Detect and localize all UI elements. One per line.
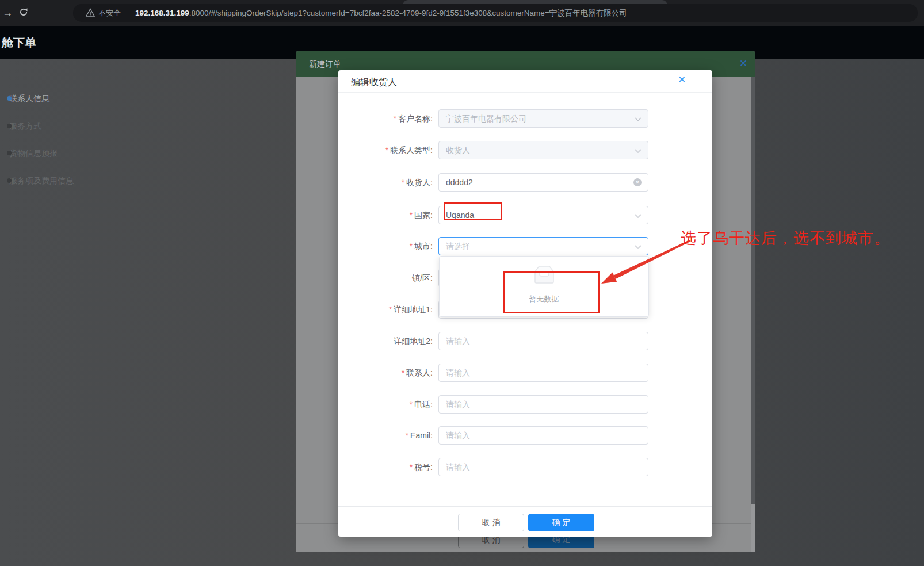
security-label: 不安全 — [98, 8, 121, 18]
field-row-customer-name: *客户名称: 宁波百年电器有限公司 — [338, 109, 712, 128]
clear-icon[interactable]: ✕ — [633, 178, 642, 186]
step-dot-icon — [7, 178, 12, 183]
field-row-email: *Eamil: — [338, 426, 712, 445]
step-dot-icon — [7, 96, 12, 101]
phone-input[interactable] — [438, 395, 648, 414]
sidebar-item-cargo-forecast[interactable]: 货物信息预报 — [9, 148, 58, 159]
sidebar-item-contact-info[interactable]: 联系人信息 — [9, 94, 49, 104]
field-row-tax: *税号: — [338, 458, 712, 476]
field-row-country: *国家: Uganda — [338, 206, 712, 224]
field-label: *税号: — [338, 458, 433, 476]
field-row-address2: 详细地址2: — [338, 332, 712, 350]
field-label: *联系人: — [338, 364, 433, 382]
email-input[interactable] — [438, 426, 648, 445]
select-value: 宁波百年电器有限公司 — [446, 114, 526, 123]
dialog-title: 编辑收货人 — [351, 77, 397, 89]
divider — [338, 506, 712, 507]
required-marker: * — [385, 146, 388, 155]
scrollbar-thumb[interactable] — [751, 77, 755, 504]
required-marker: * — [410, 242, 413, 251]
chevron-down-icon — [635, 149, 642, 153]
close-icon[interactable]: ✕ — [739, 58, 747, 70]
field-label: *联系人类型: — [338, 141, 433, 159]
sidebar-item-label: 服务项及费用信息 — [9, 176, 74, 185]
field-row-phone: *电话: — [338, 395, 712, 414]
sidebar-item-service-fees[interactable]: 服务项及费用信息 — [9, 176, 74, 186]
contact-input[interactable] — [438, 364, 648, 382]
required-marker: * — [410, 462, 413, 472]
chevron-down-icon — [635, 117, 642, 121]
required-marker: * — [402, 368, 404, 377]
field-label: *收货人: — [338, 173, 433, 192]
step-dot-icon — [7, 151, 12, 155]
field-label: *国家: — [338, 206, 433, 224]
sidebar-item-label: 服务方式 — [9, 121, 41, 131]
required-marker: * — [402, 178, 404, 187]
sidebar-item-service-mode[interactable]: 服务方式 — [9, 121, 41, 132]
cancel-button[interactable]: 取 消 — [458, 514, 524, 531]
modal-scrollbar[interactable] — [751, 77, 755, 552]
reload-icon[interactable] — [18, 7, 29, 17]
annotation-rect-empty — [503, 271, 600, 313]
select-placeholder: 请选择 — [446, 242, 470, 251]
warning-icon — [86, 8, 95, 17]
field-label: *城市: — [338, 237, 433, 255]
confirm-button[interactable]: 确 定 — [528, 514, 594, 531]
tax-input[interactable] — [438, 458, 648, 476]
required-marker: * — [394, 114, 396, 123]
forward-icon[interactable]: → — [2, 6, 13, 20]
required-marker: * — [389, 305, 392, 314]
contact-type-select: 收货人 — [438, 141, 648, 159]
sidebar-item-label: 货物信息预报 — [9, 148, 58, 158]
address2-input[interactable] — [438, 332, 648, 350]
url-path: :8000/#/shippingOrderSkip/step1?customer… — [189, 9, 627, 17]
field-label: *Eamil: — [338, 426, 433, 445]
annotation-note: 选了乌干达后，选不到城市。 — [681, 228, 890, 248]
url-text: 192.168.31.199:8000/#/shippingOrderSkip/… — [135, 8, 627, 18]
chevron-down-icon — [635, 214, 642, 218]
field-label: 详细地址2: — [338, 332, 433, 350]
page-title: 舱下单 — [2, 26, 36, 59]
required-marker: * — [410, 400, 413, 409]
browser-toolbar: → 不安全 192.168.31.199:8000/#/shippingOrde… — [0, 0, 924, 26]
field-label: 镇/区: — [338, 269, 433, 287]
new-order-modal-title: 新建订单 — [309, 51, 341, 77]
divider — [338, 92, 712, 93]
field-label: *电话: — [338, 395, 433, 414]
field-row-consignee: *收货人: ✕ — [338, 173, 712, 192]
required-marker: * — [410, 211, 413, 220]
close-icon[interactable]: ✕ — [678, 74, 686, 86]
url-host: 192.168.31.199 — [135, 9, 189, 17]
address-bar[interactable]: 不安全 192.168.31.199:8000/#/shippingOrderS… — [73, 4, 918, 22]
field-row-contact: *联系人: — [338, 364, 712, 382]
customer-name-select: 宁波百年电器有限公司 — [438, 109, 648, 128]
sidebar-item-label: 联系人信息 — [9, 94, 49, 103]
required-marker: * — [406, 431, 408, 440]
field-label: *客户名称: — [338, 109, 433, 128]
address-divider — [128, 7, 128, 18]
select-value: 收货人 — [446, 146, 470, 155]
consignee-input[interactable] — [438, 173, 648, 192]
field-label: *详细地址1: — [338, 300, 433, 319]
step-dot-icon — [7, 124, 12, 128]
field-row-contact-type: *联系人类型: 收货人 — [338, 141, 712, 159]
annotation-rect-country — [444, 202, 502, 220]
